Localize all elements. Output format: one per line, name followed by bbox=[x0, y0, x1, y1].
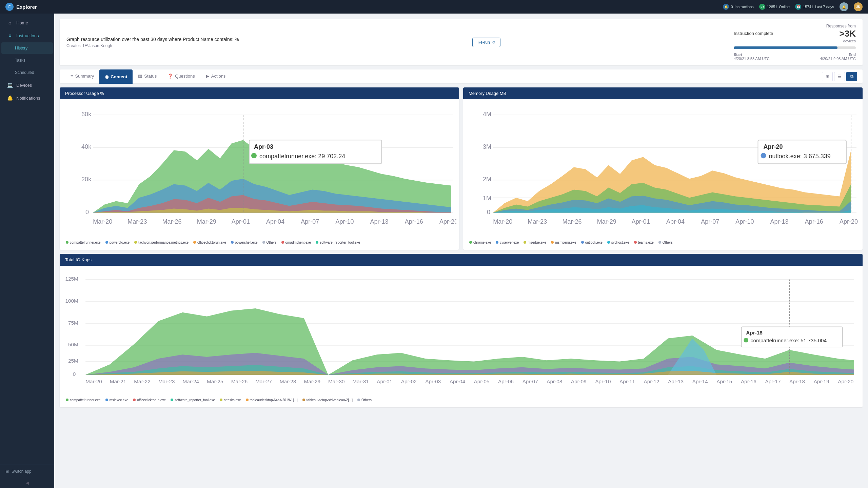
legend-officeclicktorun-label: officeclicktorun.exe bbox=[197, 241, 226, 244]
processor-chart-header: Processor Usage % bbox=[60, 87, 459, 99]
content-tab-label: Content bbox=[111, 74, 127, 79]
badge-last7: 📅 15741 Last 7 days bbox=[795, 4, 834, 10]
svg-text:Apr-16: Apr-16 bbox=[805, 218, 823, 225]
online-label: Online bbox=[779, 5, 790, 9]
sidebar-bottom: ⊞ Switch app bbox=[0, 465, 54, 478]
sidebar-item-instructions[interactable]: ≡ Instructions bbox=[1, 29, 53, 42]
tab-questions[interactable]: ❓ Questions bbox=[162, 69, 200, 84]
totalio-chart-svg: 125M 100M 75M 50M 25M 0 bbox=[62, 269, 860, 396]
content-tab-icon: ◉ bbox=[105, 74, 108, 79]
instruction-creator: Creator: 1E\Jason.Keogh bbox=[66, 43, 239, 48]
processor-chart-legend: compattelrunner.exe powercfg.exe tachyon… bbox=[62, 239, 456, 247]
end-date: 4/20/21 9:08 AM UTC bbox=[820, 57, 856, 61]
svg-text:Mar-25: Mar-25 bbox=[207, 379, 223, 384]
svg-text:Apr-09: Apr-09 bbox=[571, 379, 587, 384]
svg-text:Mar-21: Mar-21 bbox=[110, 379, 126, 384]
status-tab-label: Status bbox=[144, 74, 157, 79]
svg-text:20k: 20k bbox=[81, 176, 92, 183]
memory-chart-svg: 4M 3M 2M 1M 0 bbox=[466, 103, 860, 239]
sidebar-item-tasks[interactable]: Tasks bbox=[1, 55, 53, 66]
svg-text:Apr-17: Apr-17 bbox=[765, 379, 781, 384]
view-card-button[interactable]: ⧉ bbox=[846, 72, 857, 81]
header-left: Graph resource utilization over the past… bbox=[66, 37, 239, 48]
legend-compattel-io: compattelrunner.exe bbox=[66, 398, 101, 402]
home-icon: ⌂ bbox=[7, 20, 13, 25]
tab-status[interactable]: ▦ Status bbox=[133, 69, 162, 84]
topnav: E Explorer 🔔 0 Instructions ⏻ 12851 Onli… bbox=[0, 0, 868, 14]
svg-text:Apr-13: Apr-13 bbox=[668, 379, 684, 384]
legend-teams: teams.exe bbox=[634, 241, 654, 244]
switch-app-button[interactable]: ⊞ Switch app bbox=[5, 469, 49, 474]
svg-text:Mar-20: Mar-20 bbox=[93, 218, 112, 225]
svg-text:Apr-18: Apr-18 bbox=[789, 379, 805, 384]
svg-text:4M: 4M bbox=[483, 111, 491, 118]
legend-officeclicktorun-io-label: officeclicktorun.exe bbox=[137, 398, 166, 402]
badge-instructions[interactable]: 🔔 0 Instructions bbox=[723, 4, 753, 10]
svg-text:Apr-20: Apr-20 bbox=[764, 143, 783, 150]
end-info: End 4/20/21 9:08 AM UTC bbox=[820, 53, 856, 61]
view-list-button[interactable]: ☰ bbox=[834, 72, 845, 81]
instruction-description: Graph resource utilization over the past… bbox=[66, 37, 239, 42]
svg-text:Apr-19: Apr-19 bbox=[814, 379, 829, 384]
sidebar-history-label: History bbox=[15, 46, 27, 50]
instructions-count: 0 bbox=[731, 5, 733, 9]
tab-actions[interactable]: ▶ Actions bbox=[200, 69, 231, 84]
summary-tab-label: Summary bbox=[75, 74, 94, 79]
tab-content[interactable]: ◉ Content bbox=[99, 69, 133, 84]
sidebar-item-home[interactable]: ⌂ Home bbox=[1, 17, 53, 29]
legend-svchost-label: svchost.exe bbox=[611, 241, 629, 244]
rerun-button[interactable]: Re-run ↻ bbox=[472, 38, 500, 47]
sidebar-item-scheduled[interactable]: Scheduled bbox=[1, 67, 53, 78]
totalio-chart-legend: compattelrunner.exe msiexec.exe officecl… bbox=[62, 396, 860, 405]
instruction-progress-bar bbox=[734, 46, 856, 49]
sidebar-tasks-label: Tasks bbox=[15, 58, 25, 63]
sidebar-home-label: Home bbox=[16, 20, 28, 25]
sidebar-item-notifications[interactable]: 🔔 Notifications bbox=[1, 92, 53, 104]
legend-officeclicktorun-io: officeclicktorun.exe bbox=[133, 398, 166, 402]
instruction-panel-top: Instruction complete Responses from >3K … bbox=[734, 24, 856, 43]
date-row: Start 4/20/21 8:58 AM UTC End 4/20/21 9:… bbox=[734, 53, 856, 61]
legend-chrome-label: chrome.exe bbox=[473, 241, 491, 244]
svg-text:Apr-16: Apr-16 bbox=[405, 218, 423, 225]
sidebar-item-devices[interactable]: 💻 Devices bbox=[1, 79, 53, 91]
end-label: End bbox=[820, 53, 856, 57]
legend-tableau-setup-label: tableau-setup-std-tableau-2[...] bbox=[307, 398, 353, 402]
svg-text:Apr-01: Apr-01 bbox=[232, 218, 250, 225]
sidebar-scheduled-label: Scheduled bbox=[15, 70, 34, 75]
legend-officeclicktorun: officeclicktorun.exe bbox=[193, 241, 226, 244]
view-grid-button[interactable]: ⊞ bbox=[822, 72, 833, 81]
svg-text:Mar-31: Mar-31 bbox=[353, 379, 369, 384]
main-content: Graph resource utilization over the past… bbox=[54, 14, 868, 488]
responses-from-label: Responses from bbox=[826, 24, 856, 28]
legend-msiexec: msiexec.exe bbox=[105, 398, 129, 402]
user-avatar[interactable]: JK bbox=[854, 2, 863, 11]
responses-info: Responses from >3K devices bbox=[826, 24, 856, 43]
tab-summary[interactable]: ≡ Summary bbox=[65, 69, 99, 84]
start-info: Start 4/20/21 8:58 AM UTC bbox=[734, 53, 770, 61]
summary-tab-icon: ≡ bbox=[71, 74, 73, 79]
svg-text:Apr-02: Apr-02 bbox=[401, 379, 417, 384]
processor-chart-card: Processor Usage % 60k 40k 20k 0 bbox=[60, 87, 459, 250]
svg-text:125M: 125M bbox=[65, 276, 78, 282]
instruction-panel: Instruction complete Responses from >3K … bbox=[734, 24, 856, 61]
rerun-icon: ↻ bbox=[492, 40, 495, 45]
switch-app-icon: ⊞ bbox=[5, 469, 9, 474]
sidebar-collapse-button[interactable]: ◀ bbox=[0, 478, 54, 488]
svg-text:Apr-20: Apr-20 bbox=[439, 218, 456, 225]
questions-tab-label: Questions bbox=[175, 74, 195, 79]
questions-tab-icon: ❓ bbox=[167, 74, 173, 79]
svg-text:0: 0 bbox=[73, 371, 76, 377]
legend-svchost: svchost.exe bbox=[607, 241, 629, 244]
last7-label: Last 7 days bbox=[815, 5, 834, 9]
sidebar-item-history[interactable]: History bbox=[1, 42, 53, 54]
header-card: Graph resource utilization over the past… bbox=[60, 19, 863, 65]
legend-outlook-label: outlook.exe bbox=[585, 241, 603, 244]
legend-tableau-setup: tableau-setup-std-tableau-2[...] bbox=[302, 398, 353, 402]
svg-text:Mar-23: Mar-23 bbox=[127, 218, 147, 225]
rerun-label: Re-run bbox=[477, 40, 490, 45]
memory-chart-title: Memory Usage MB bbox=[469, 91, 506, 96]
svg-text:Apr-01: Apr-01 bbox=[377, 379, 392, 384]
tabs-right: ⊞ ☰ ⧉ bbox=[822, 72, 857, 81]
memory-chart-card: Memory Usage MB 4M 3M 2M 1M 0 bbox=[463, 87, 863, 250]
notification-bell[interactable]: 🔔 bbox=[840, 2, 848, 11]
